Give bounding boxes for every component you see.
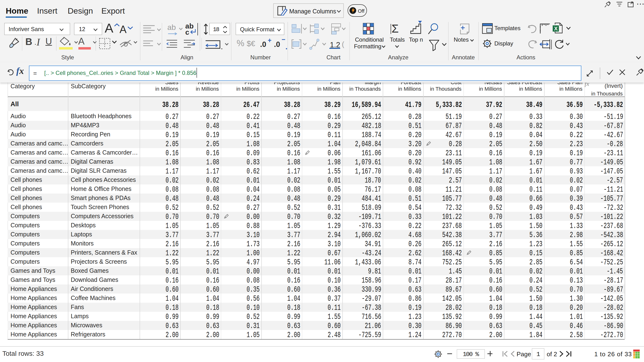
- svg-text:X: X: [554, 26, 558, 32]
